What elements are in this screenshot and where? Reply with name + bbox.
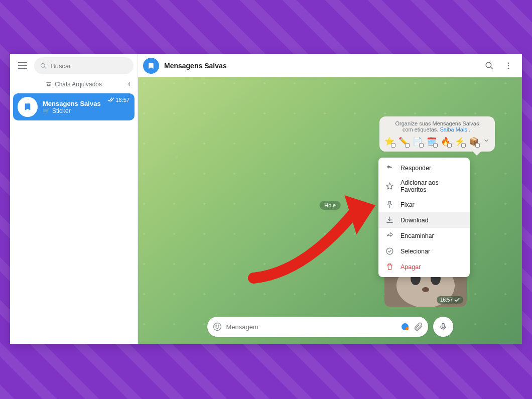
hint-tag[interactable]: 🔥 xyxy=(441,136,451,147)
hint-line1: Organize suas Mensagens Salvas xyxy=(395,120,479,126)
ctx-label: Download xyxy=(401,217,429,224)
tags-hint-bubble: Organize suas Mensagens Salvas com etiqu… xyxy=(379,116,495,152)
download-icon xyxy=(385,216,394,224)
hint-line2: com etiquetas. xyxy=(403,126,439,132)
pin-icon xyxy=(385,200,394,209)
reply-icon xyxy=(385,164,394,172)
search-box[interactable] xyxy=(34,57,134,74)
chat-item-emoji: 🛒 xyxy=(43,107,50,114)
ctx-pin[interactable]: Fixar xyxy=(378,197,470,212)
svg-point-0 xyxy=(41,63,45,67)
bookmark-icon xyxy=(147,62,155,70)
compose-input-box[interactable] xyxy=(207,317,428,337)
ctx-reply[interactable]: Responder xyxy=(378,160,470,176)
hint-tag[interactable]: 📦 xyxy=(469,136,479,147)
lock-icon xyxy=(391,143,395,148)
archive-icon xyxy=(46,81,52,87)
ctx-select[interactable]: Selecionar xyxy=(378,243,470,259)
ctx-trash[interactable]: Apagar xyxy=(378,259,470,275)
svg-point-4 xyxy=(508,62,509,64)
chat-time-text: 16:57 xyxy=(115,97,129,103)
hint-tag[interactable]: ⚡ xyxy=(455,136,465,147)
svg-point-6 xyxy=(508,67,509,69)
ctx-label: Apagar xyxy=(401,263,421,271)
header-avatar[interactable] xyxy=(143,58,159,74)
header-search-button[interactable] xyxy=(481,57,498,74)
chat-area: Organize suas Mensagens Salvas com etiqu… xyxy=(138,77,522,344)
hint-tag[interactable]: ⭐ xyxy=(384,136,394,147)
svg-point-15 xyxy=(218,326,219,327)
menu-button[interactable] xyxy=(14,57,31,74)
bubble-tail xyxy=(473,152,481,156)
ctx-label: Selecionar xyxy=(401,248,430,255)
chat-header: Mensagens Salvas xyxy=(138,54,522,77)
lock-icon xyxy=(433,143,438,148)
select-icon xyxy=(385,247,394,255)
lock-icon xyxy=(461,143,466,148)
search-icon xyxy=(485,61,494,70)
svg-point-14 xyxy=(215,326,216,327)
message-input[interactable] xyxy=(226,323,397,331)
sent-check-icon xyxy=(454,298,460,302)
svg-rect-1 xyxy=(46,82,51,83)
telegram-window: Chats Arquivados 4 Mensagens Salvas 🛒 St… xyxy=(10,54,522,344)
svg-point-3 xyxy=(486,62,491,68)
message-time-chip: 16:57 xyxy=(437,296,463,304)
ctx-forward[interactable]: Encaminhar xyxy=(378,228,470,243)
more-vertical-icon xyxy=(504,61,513,70)
hint-learn-more-link[interactable]: Saiba Mais... xyxy=(440,126,472,132)
voice-message-button[interactable] xyxy=(433,317,453,337)
svg-point-13 xyxy=(213,323,221,331)
chat-item-time: 16:57 xyxy=(107,97,129,103)
archived-label: Chats Arquivados xyxy=(55,81,102,88)
lock-icon xyxy=(447,143,452,148)
message-context-menu: ResponderAdicionar aos FavoritosFixarDow… xyxy=(378,158,470,277)
svg-point-12 xyxy=(422,287,429,292)
hint-tags-row: ⭐✏️📄🗓️🔥⚡📦 xyxy=(384,136,490,147)
hamburger-icon xyxy=(18,62,27,69)
ctx-star[interactable]: Adicionar aos Favoritos xyxy=(378,176,470,197)
saved-avatar xyxy=(18,97,38,117)
header-more-button[interactable] xyxy=(500,57,517,74)
sticker-suggest-icon[interactable] xyxy=(401,323,409,331)
star-icon xyxy=(385,182,394,191)
svg-rect-2 xyxy=(48,84,49,85)
hint-tag[interactable]: 📄 xyxy=(413,136,423,147)
svg-rect-18 xyxy=(442,323,444,328)
search-input[interactable] xyxy=(51,62,127,70)
microphone-icon xyxy=(439,322,448,331)
emoji-icon[interactable] xyxy=(212,322,222,332)
svg-point-17 xyxy=(406,327,409,330)
hint-tag[interactable]: ✏️ xyxy=(398,136,409,147)
sidebar: Chats Arquivados 4 Mensagens Salvas 🛒 St… xyxy=(10,54,138,344)
archived-count: 4 xyxy=(127,81,130,87)
read-checks-icon xyxy=(107,97,114,102)
trash-icon xyxy=(385,262,394,271)
search-icon xyxy=(40,62,47,70)
header-actions xyxy=(481,57,517,74)
attach-icon[interactable] xyxy=(413,322,423,332)
message-composer xyxy=(207,317,453,337)
main-panel: Mensagens Salvas Organize suas Mensagens… xyxy=(138,54,522,344)
ctx-label: Encaminhar xyxy=(401,232,434,239)
chevron-down-icon[interactable] xyxy=(483,137,490,145)
chat-header-title[interactable]: Mensagens Salvas xyxy=(164,62,227,70)
lock-icon xyxy=(405,143,410,148)
date-separator: Hoje xyxy=(319,201,341,210)
chat-item-subtitle: Sticker xyxy=(52,107,71,114)
bookmark-icon xyxy=(23,102,32,111)
hint-tag[interactable]: 🗓️ xyxy=(427,136,437,147)
sidebar-top xyxy=(10,54,138,77)
svg-point-5 xyxy=(508,65,509,66)
chat-item-saved[interactable]: Mensagens Salvas 🛒 Sticker 16:57 xyxy=(13,93,135,120)
ctx-label: Adicionar aos Favoritos xyxy=(401,179,463,193)
lock-icon xyxy=(475,143,480,148)
lock-icon xyxy=(419,143,424,148)
message-time-text: 16:57 xyxy=(440,297,453,303)
archived-chats-row[interactable]: Chats Arquivados 4 xyxy=(10,77,138,91)
ctx-download[interactable]: Download xyxy=(378,212,470,228)
ctx-label: Responder xyxy=(401,165,431,172)
ctx-label: Fixar xyxy=(401,201,415,208)
forward-icon xyxy=(385,231,394,240)
